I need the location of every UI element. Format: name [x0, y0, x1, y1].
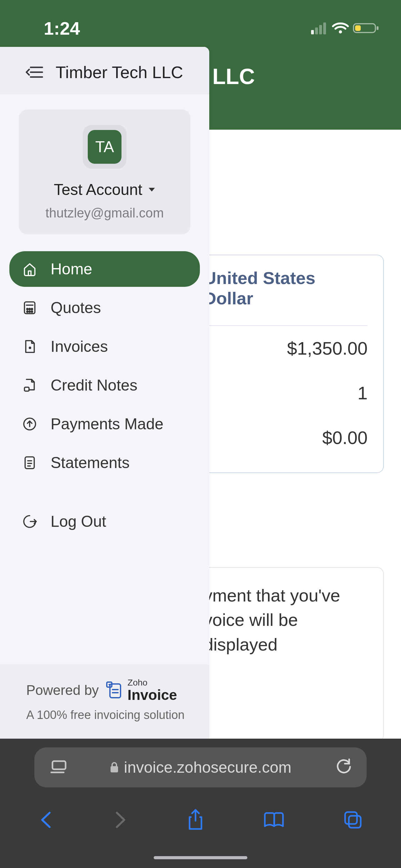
nav-logout-label: Log Out	[51, 513, 106, 531]
svg-rect-21	[24, 387, 29, 391]
svg-rect-38	[345, 812, 357, 824]
nav-credit-notes[interactable]: Credit Notes	[9, 367, 200, 403]
svg-rect-34	[53, 761, 66, 769]
svg-rect-7	[355, 25, 361, 31]
svg-rect-0	[311, 30, 314, 34]
statement-icon	[22, 455, 37, 470]
svg-point-18	[29, 311, 30, 312]
nav-home[interactable]: Home	[9, 251, 200, 287]
invoice-logo-icon	[104, 681, 123, 700]
calculator-icon	[22, 300, 37, 316]
svg-point-20	[29, 347, 31, 348]
powered-by-label: Powered by	[26, 682, 99, 698]
forward-icon	[112, 811, 128, 829]
nav-statements[interactable]: Statements	[9, 445, 200, 480]
browser-chrome: invoice.zohosecure.com	[0, 739, 401, 868]
nav-payments-made-label: Payments Made	[51, 415, 163, 433]
back-icon[interactable]	[38, 811, 54, 829]
avatar-container: TA	[83, 125, 127, 169]
svg-rect-24	[25, 457, 34, 469]
svg-rect-36	[110, 766, 118, 772]
summary-outstanding: $0.00	[322, 427, 368, 448]
svg-rect-39	[349, 816, 361, 828]
summary-amount: $1,350.00	[287, 338, 368, 359]
svg-point-16	[31, 308, 32, 310]
reload-icon[interactable]	[335, 757, 353, 776]
svg-point-19	[31, 311, 32, 312]
account-email: thutzley@gmail.com	[45, 206, 164, 221]
svg-point-31	[109, 684, 110, 685]
nav-logout[interactable]: Log Out	[9, 504, 200, 539]
tabs-overview-icon[interactable]	[343, 810, 363, 830]
svg-rect-2	[319, 25, 322, 34]
info-card-text-fragment-1: yment that you've	[204, 583, 368, 608]
app-header-title-fragment: LLC	[212, 64, 255, 89]
sidebar-nav: Home Quotes Invoices	[0, 247, 209, 485]
tabs-icon[interactable]	[51, 759, 67, 775]
summary-count: 1	[358, 382, 368, 403]
bookmarks-icon[interactable]	[263, 811, 285, 829]
svg-point-4	[339, 30, 342, 33]
account-card: TA Test Account thutzley@gmail.com	[19, 110, 191, 234]
svg-point-17	[27, 311, 28, 312]
share-icon[interactable]	[187, 809, 205, 831]
sidebar-footer: Powered by Zoho Invoice A 100% free	[0, 664, 209, 739]
nav-payments-made[interactable]: Payments Made	[9, 406, 200, 442]
browser-toolbar	[0, 801, 401, 839]
account-name: Test Account	[54, 181, 142, 199]
svg-point-15	[29, 308, 30, 310]
wifi-icon	[332, 22, 349, 34]
footer-tagline: A 100% free invoicing solution	[26, 708, 194, 722]
collapse-sidebar-icon[interactable]	[25, 66, 43, 79]
credit-note-icon	[22, 377, 37, 393]
sidebar-header: Timber Tech LLC	[0, 47, 209, 94]
url-text: invoice.zohosecure.com	[124, 758, 291, 776]
battery-icon	[353, 22, 379, 34]
svg-point-14	[27, 308, 28, 310]
nav-invoices-label: Invoices	[51, 337, 108, 355]
status-icons	[311, 22, 379, 34]
nav-credit-notes-label: Credit Notes	[51, 376, 137, 394]
nav-invoices[interactable]: Invoices	[9, 329, 200, 364]
cellular-icon	[311, 22, 328, 34]
status-bar: 1:24	[0, 0, 401, 47]
nav-quotes-label: Quotes	[51, 299, 101, 317]
nav-statements-label: Statements	[51, 454, 130, 472]
address-bar[interactable]: invoice.zohosecure.com	[34, 747, 367, 787]
status-time: 1:24	[44, 18, 80, 39]
nav-quotes[interactable]: Quotes	[9, 290, 200, 326]
home-icon	[22, 261, 37, 277]
svg-rect-6	[377, 26, 378, 30]
nav-home-label: Home	[51, 260, 92, 278]
brand-bottom: Invoice	[127, 688, 177, 702]
summary-card: United States Dollar $1,350.00 1 $0.00	[188, 255, 384, 473]
info-card: yment that you've voice will be displaye…	[188, 567, 384, 742]
svg-marker-11	[149, 188, 155, 191]
lock-icon	[110, 762, 119, 773]
info-card-text-fragment-2: voice will be displayed	[204, 608, 368, 657]
zoho-invoice-logo[interactable]: Zoho Invoice	[104, 678, 177, 702]
home-indicator[interactable]	[154, 856, 247, 859]
sidebar: Timber Tech LLC TA Test Account thutzley…	[0, 47, 209, 739]
svg-rect-1	[315, 28, 318, 34]
avatar: TA	[88, 130, 122, 164]
brand-top: Zoho	[127, 678, 177, 687]
summary-card-currency: United States Dollar	[204, 268, 368, 326]
document-icon	[22, 339, 37, 354]
caret-down-icon	[148, 187, 156, 192]
svg-rect-3	[323, 23, 326, 34]
upload-icon	[22, 416, 37, 432]
sidebar-company-name: Timber Tech LLC	[56, 62, 183, 82]
logout-icon	[22, 514, 37, 529]
account-switcher[interactable]: Test Account	[54, 181, 156, 199]
